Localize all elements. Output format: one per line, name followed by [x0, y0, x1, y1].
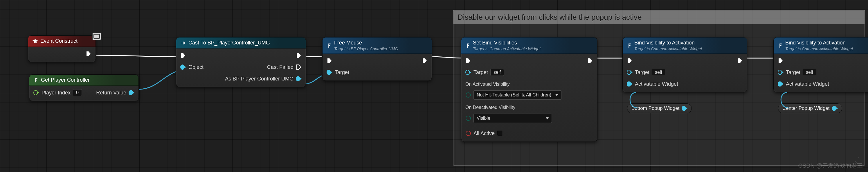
on-deactivated-label: On Deactivated Visibility	[465, 105, 593, 110]
node-subtitle: Target is Common Activatable Widget	[473, 47, 540, 51]
node-bind-visibility-2[interactable]: Bind Visibility to Activation Target is …	[773, 37, 868, 92]
cast-failed-pin[interactable]	[296, 64, 302, 70]
pin-label: Return Value	[96, 90, 126, 96]
exec-in-pin[interactable]	[778, 58, 783, 64]
node-cast-to-bp-playercontroller[interactable]: Cast To BP_PlayerController_UMG Object C…	[176, 37, 306, 87]
return-value-pin[interactable]	[129, 90, 134, 95]
exec-out-pin[interactable]	[86, 51, 91, 57]
pin-label: Target	[473, 69, 488, 76]
variable-label: Bottom Popup Widget	[631, 106, 679, 111]
exec-in-pin[interactable]	[465, 58, 471, 64]
on-deactivated-dropdown[interactable]: Visible	[473, 114, 552, 123]
node-bind-visibility-1[interactable]: Bind Visibility to Activation Target is …	[622, 37, 747, 92]
node-subtitle: Target is Common Activatable Widget	[785, 47, 853, 51]
pin-label: Object	[188, 64, 204, 70]
exec-out-pin[interactable]	[296, 53, 302, 58]
target-self-value[interactable]: self	[803, 69, 816, 76]
exec-in-pin[interactable]	[180, 53, 186, 58]
all-active-checkbox[interactable]	[497, 131, 502, 136]
activatable-widget-pin[interactable]	[778, 81, 783, 87]
dropdown-value: Not Hit-Testable (Self & All Children)	[477, 92, 551, 97]
function-icon	[778, 43, 783, 48]
variable-out-pin[interactable]	[832, 106, 838, 111]
node-title: Event Construct	[40, 38, 78, 44]
blueprint-canvas[interactable]: { "comment": { "title": "Disable our wid…	[0, 0, 868, 172]
target-pin[interactable]	[465, 69, 471, 75]
function-icon	[465, 43, 471, 48]
target-pin[interactable]	[778, 69, 783, 75]
player-index-pin[interactable]	[33, 90, 39, 95]
node-title: Free Mouse	[334, 40, 362, 46]
node-title: Bind Visibility to Activation	[785, 40, 846, 46]
node-title: Set Bind Visibilities	[473, 40, 517, 46]
pin-label: Activatable Widget	[635, 81, 678, 87]
node-title: Get Player Controller	[41, 77, 90, 83]
dropdown-value: Visible	[477, 116, 490, 121]
exec-in-pin[interactable]	[627, 58, 632, 64]
exec-out-pin[interactable]	[737, 58, 743, 64]
function-icon	[627, 43, 632, 48]
node-title: Cast To BP_PlayerController_UMG	[188, 40, 270, 46]
on-deactivated-pin[interactable]	[465, 115, 471, 121]
on-activated-dropdown[interactable]: Not Hit-Testable (Self & All Children)	[473, 90, 561, 99]
function-icon	[327, 43, 332, 48]
activatable-widget-pin[interactable]	[627, 81, 632, 87]
as-controller-pin[interactable]	[296, 76, 302, 82]
target-pin[interactable]	[627, 69, 632, 75]
node-get-player-controller[interactable]: Get Player Controller Player Index 0 Ret…	[29, 75, 139, 101]
target-self-value[interactable]: self	[652, 69, 665, 76]
pin-label: Target	[335, 69, 349, 76]
variable-get-center-popup[interactable]: Center Popup Widget	[778, 104, 842, 113]
node-title: Bind Visibility to Activation	[634, 40, 695, 46]
chevron-down-icon	[555, 94, 558, 96]
pin-label: Cast Failed	[267, 64, 293, 70]
exec-in-pin[interactable]	[327, 58, 332, 64]
node-subtitle: Target is BP Player Controller UMG	[334, 47, 398, 51]
watermark: CSDN @开发游戏的老王	[798, 162, 863, 170]
on-activated-pin[interactable]	[465, 92, 471, 98]
all-active-pin[interactable]	[465, 131, 471, 136]
variable-out-pin[interactable]	[682, 106, 687, 111]
pin-label: Activatable Widget	[786, 81, 829, 87]
exec-out-pin[interactable]	[587, 58, 593, 64]
target-pin[interactable]	[327, 69, 332, 75]
variable-get-bottom-popup[interactable]: Bottom Popup Widget	[627, 104, 692, 113]
pin-label: Player Index	[41, 90, 70, 96]
exec-out-pin[interactable]	[422, 58, 428, 64]
node-free-mouse[interactable]: Free Mouse Target is BP Player Controlle…	[322, 37, 432, 81]
function-icon	[33, 78, 39, 83]
object-pin[interactable]	[180, 64, 186, 70]
event-icon	[32, 38, 38, 44]
player-index-value[interactable]: 0	[73, 89, 82, 96]
chevron-down-icon	[546, 117, 549, 119]
comment-title[interactable]: Disable our widget from clicks while the…	[454, 10, 865, 24]
pin-label: As BP Player Controller UMG	[225, 76, 293, 82]
pin-label: All Active	[473, 131, 495, 137]
interface-badge-icon	[92, 32, 101, 40]
node-set-bind-visibilities[interactable]: Set Bind Visibilities Target is Common A…	[461, 37, 597, 142]
node-event-construct[interactable]: Event Construct	[28, 35, 96, 62]
cast-icon	[180, 40, 186, 46]
on-activated-label: On Activated Visibility	[465, 82, 593, 87]
pin-label: Target	[786, 69, 800, 76]
target-self-value[interactable]: self	[490, 69, 504, 76]
node-subtitle: Target is Common Activatable Widget	[634, 47, 702, 51]
pin-label: Target	[635, 69, 649, 76]
variable-label: Center Popup Widget	[782, 106, 830, 111]
